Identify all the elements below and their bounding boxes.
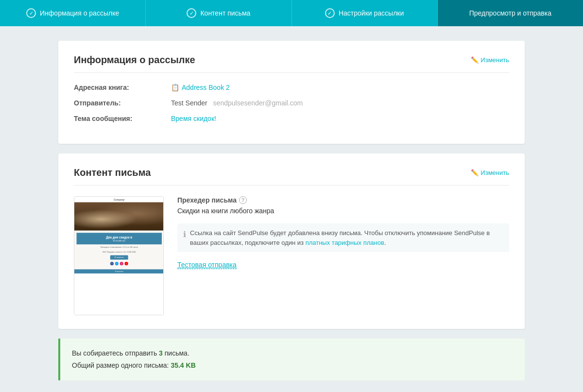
thumb-body: Два дня скидок в 'Books&Books' Приходите… (74, 231, 164, 270)
sender-email: sendpulsesender@gmail.com (213, 99, 303, 107)
instagram-icon: i (120, 262, 123, 265)
info-notice: ℹ Ссылка на сайт SendPulse будет добавле… (177, 223, 509, 252)
preheader-label: Прехедер письма ? (177, 196, 509, 204)
top-nav: ✓ Информация о рассылке ✓ Контент письма… (0, 0, 583, 26)
pencil-icon-content: ✏️ (471, 169, 479, 176)
nav-step-settings[interactable]: ✓ Настройки рассылки (292, 0, 438, 26)
mailing-info-header: Информация о рассылке ✏️ Изменить (74, 54, 509, 73)
address-book-label: Адресная книга: (74, 84, 171, 91)
mailing-info-card: Информация о рассылке ✏️ Изменить Адресн… (58, 41, 525, 144)
sender-value: Test Sender sendpulsesender@gmail.com (171, 99, 303, 107)
letter-content-title: Контент письма (74, 167, 151, 178)
address-book-link[interactable]: 📋 Address Book 2 (171, 84, 230, 91)
letter-content-edit-button[interactable]: ✏️ Изменить (471, 169, 509, 176)
thumb-footer: Отписаться (74, 270, 164, 274)
twitter-icon: t (115, 262, 119, 265)
content-section-body: Company Два дня скидок в 'Books&Books' П… (74, 196, 509, 315)
mailing-info-edit-label: Изменить (480, 56, 509, 64)
thumb-banner-subtitle: 'Books&Books' (79, 239, 160, 242)
nav-step-info[interactable]: ✓ Информация о рассылке (0, 0, 146, 26)
thumb-social: f t i y (77, 262, 162, 265)
address-book-name: Address Book 2 (182, 84, 230, 91)
thumb-btn-wrap: В магазин (77, 256, 162, 260)
sender-row: Отправитель: Test Sender sendpulsesender… (74, 99, 509, 107)
address-book-row: Адресная книга: 📋 Address Book 2 (74, 84, 509, 91)
youtube-icon: y (125, 262, 128, 265)
nav-step-content[interactable]: ✓ Контент письма (146, 0, 292, 26)
size-label: Общий размер одного письма: (72, 361, 171, 369)
letter-content-edit-label: Изменить (480, 169, 509, 176)
mailing-info-title: Информация о рассылке (74, 54, 195, 66)
nav-step-preview-label: Предпросмотр и отправка (469, 9, 551, 17)
nav-step-preview[interactable]: Предпросмотр и отправка (438, 0, 583, 26)
mailing-info-edit-button[interactable]: ✏️ Изменить (471, 56, 509, 64)
main-content: Информация о рассылке ✏️ Изменить Адресн… (49, 41, 534, 380)
notice-text: Ссылка на сайт SendPulse будет добавлена… (190, 228, 503, 247)
content-right: Прехедер письма ? Скидки на книги любого… (177, 196, 509, 269)
sender-name: Test Sender (171, 99, 207, 107)
check-icon-content: ✓ (187, 8, 196, 18)
test-send-label: Тестовая отправка (177, 261, 237, 269)
email-thumbnail: Company Два дня скидок в 'Books&Books' П… (74, 196, 164, 315)
pencil-icon-mailing: ✏️ (471, 56, 479, 64)
facebook-icon: f (110, 262, 114, 265)
notice-text-2: . (384, 239, 386, 246)
check-icon-settings: ✓ (325, 8, 335, 18)
size-value: 35.4 KB (171, 361, 195, 369)
nav-step-settings-label: Настройки рассылки (339, 9, 404, 17)
notice-link-text: платных тарифных планов (306, 239, 384, 246)
nav-step-info-label: Информация о рассылке (40, 9, 119, 17)
notice-paid-plans-link[interactable]: платных тарифных планов (306, 239, 384, 246)
thumb-hero-image (74, 202, 164, 231)
subject-label: Тема сообщения: (74, 115, 171, 122)
send-count-line: Вы собираетесь отправить 3 письма. (72, 347, 513, 359)
letter-content-card: Контент письма ✏️ Изменить Company Два д… (58, 153, 525, 329)
thumb-body-text-2: 2017 Оформить заказ по тел: 0 (34) 2344 (77, 251, 162, 253)
subject-value: Время скидок! (171, 115, 216, 122)
thumb-body-text-1: Приходите в наш магазин с 17го по 19е чи… (77, 246, 162, 249)
book-icon: 📋 (171, 84, 179, 91)
thumb-banner: Два дня скидок в 'Books&Books' (77, 233, 162, 244)
thumb-company-name: Company (74, 197, 164, 202)
check-icon-info: ✓ (26, 8, 36, 18)
address-book-value: 📋 Address Book 2 (171, 84, 230, 91)
info-icon: ℹ (183, 229, 186, 240)
question-icon: ? (239, 196, 247, 204)
sender-label: Отправитель: (74, 99, 171, 107)
nav-step-content-label: Контент письма (200, 9, 250, 17)
thumb-hero (74, 202, 164, 231)
size-line: Общий размер одного письма: 35.4 KB (72, 359, 513, 372)
send-count-text-after: письма. (163, 349, 189, 357)
send-count-text-before: Вы собираетесь отправить (72, 349, 159, 357)
thumb-btn: В магазин (110, 256, 128, 260)
bottom-info-box: Вы собираетесь отправить 3 письма. Общий… (58, 339, 525, 380)
test-send-link[interactable]: Тестовая отправка (177, 261, 237, 269)
thumb-banner-title: Два дня скидок в (79, 236, 160, 239)
email-preview: Company Два дня скидок в 'Books&Books' П… (74, 197, 164, 315)
letter-content-header: Контент письма ✏️ Изменить (74, 167, 509, 186)
subject-row: Тема сообщения: Время скидок! (74, 115, 509, 122)
preheader-value: Скидки на книги любого жанра (177, 207, 509, 215)
send-count: 3 (159, 349, 163, 357)
